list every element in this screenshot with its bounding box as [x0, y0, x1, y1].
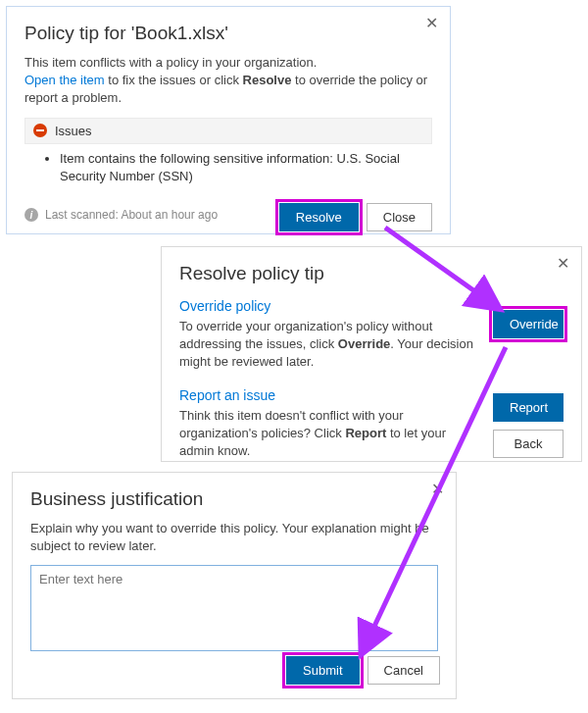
resolve-tip-dialog: ✕ Resolve policy tip Override policy To …	[161, 246, 582, 462]
back-button[interactable]: Back	[493, 430, 564, 458]
dialog-title: Policy tip for 'Book1.xlsx'	[24, 23, 432, 44]
override-heading: Override policy	[179, 298, 481, 314]
override-button[interactable]: Override	[493, 310, 564, 338]
report-text: Think this item doesn't conflict with yo…	[179, 407, 481, 461]
last-scanned: i Last scanned: About an hour ago	[24, 208, 218, 222]
close-icon[interactable]: ✕	[431, 482, 444, 497]
close-icon[interactable]: ✕	[557, 256, 569, 272]
close-icon[interactable]: ✕	[425, 16, 438, 31]
issue-item: Item contains the following sensitive in…	[60, 150, 424, 185]
dialog-title: Business justification	[30, 488, 438, 510]
issues-list: Item contains the following sensitive in…	[46, 150, 432, 185]
override-text: To override your organization's policy w…	[179, 318, 481, 372]
report-heading: Report an issue	[179, 387, 481, 403]
issues-label: Issues	[55, 124, 92, 138]
policy-tip-dialog: ✕ Policy tip for 'Book1.xlsx' This item …	[6, 6, 451, 234]
dialog-body: This item conflicts with a policy in you…	[24, 54, 432, 108]
prohibited-icon	[33, 124, 47, 137]
justification-dialog: ✕ Business justification Explain why you…	[12, 472, 457, 699]
dialog-title: Resolve policy tip	[179, 263, 564, 284]
close-button[interactable]: Close	[367, 203, 432, 231]
info-icon: i	[24, 208, 38, 222]
cancel-button[interactable]: Cancel	[368, 656, 440, 685]
submit-button[interactable]: Submit	[286, 656, 359, 685]
dialog-body: Explain why you want to override this po…	[30, 520, 438, 555]
resolve-button[interactable]: Resolve	[279, 203, 359, 231]
open-item-link[interactable]: Open the item	[24, 73, 105, 87]
report-button[interactable]: Report	[493, 393, 564, 422]
issues-header: Issues	[24, 118, 432, 144]
justification-input[interactable]	[30, 565, 438, 651]
